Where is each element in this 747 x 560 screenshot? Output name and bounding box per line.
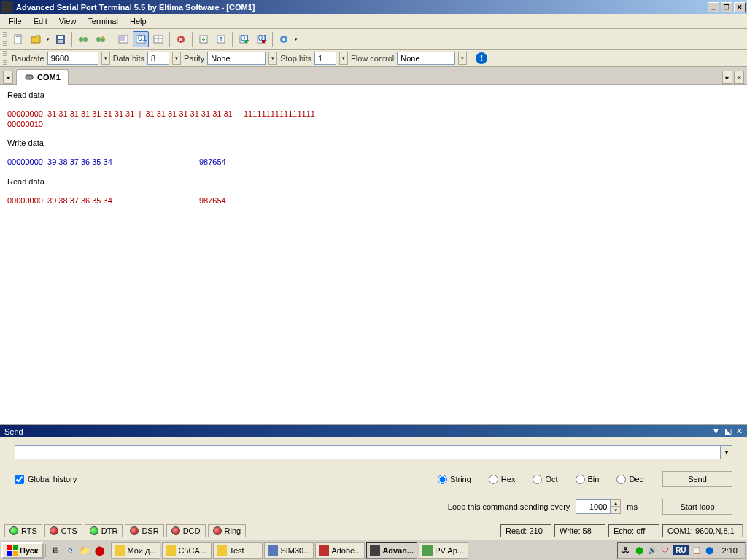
restore-button[interactable]: ❐ bbox=[721, 2, 732, 12]
close-button[interactable]: ✕ bbox=[734, 2, 746, 12]
led-cts[interactable]: CTS bbox=[44, 524, 82, 537]
quick-connect-button[interactable] bbox=[93, 31, 109, 47]
tray-shield-icon[interactable]: 🛡 bbox=[660, 545, 670, 556]
svg-rect-24 bbox=[26, 75, 33, 79]
terminal-line bbox=[7, 100, 740, 109]
dump-view-button[interactable]: 010 bbox=[133, 31, 149, 47]
stopbits-dropdown[interactable] bbox=[339, 52, 348, 65]
led-dsr[interactable]: DSR bbox=[125, 524, 163, 537]
databits-combo[interactable]: 8 bbox=[147, 52, 169, 65]
receive-file-button[interactable] bbox=[213, 31, 229, 47]
tab-close[interactable]: ✕ bbox=[734, 71, 744, 84]
new-session-button[interactable] bbox=[10, 31, 26, 47]
ql-desktop-icon[interactable]: 🖥 bbox=[49, 544, 62, 557]
clear-button[interactable] bbox=[173, 31, 189, 47]
panel-close-icon[interactable]: ✕ bbox=[736, 427, 743, 436]
stop-log-button[interactable]: 01 bbox=[253, 31, 269, 47]
tab-com1[interactable]: COM1 bbox=[16, 69, 69, 85]
start-log-button[interactable]: 01 bbox=[236, 31, 252, 47]
spin-down[interactable]: ▼ bbox=[611, 507, 621, 514]
app-icon bbox=[1, 1, 13, 13]
taskbar-item[interactable]: SIM30... bbox=[264, 542, 314, 559]
panel-pin-icon[interactable]: ⬕ bbox=[724, 427, 732, 436]
taskbar-item[interactable]: Test bbox=[213, 542, 263, 559]
menu-edit[interactable]: Edit bbox=[28, 15, 53, 27]
format-radio-string[interactable]: String bbox=[438, 475, 471, 484]
language-indicator[interactable]: RU bbox=[673, 545, 688, 555]
format-radio-bin[interactable]: Bin bbox=[576, 475, 600, 484]
led-dcd[interactable]: DCD bbox=[166, 524, 206, 537]
start-button[interactable]: Пуск bbox=[1, 542, 44, 559]
open-dropdown[interactable] bbox=[45, 36, 51, 42]
tray-usb-icon[interactable]: ⬤ bbox=[634, 545, 644, 556]
taskbar-item[interactable]: C:\CA... bbox=[162, 542, 212, 559]
led-dot bbox=[90, 526, 98, 535]
format-radio-hex[interactable]: Hex bbox=[489, 475, 516, 484]
ql-app-icon[interactable]: ⬤ bbox=[93, 544, 106, 557]
status-read: Read: 210 bbox=[500, 524, 551, 537]
spin-up[interactable]: ▲ bbox=[611, 499, 621, 507]
port-icon bbox=[24, 72, 34, 82]
stopbits-combo[interactable]: 1 bbox=[314, 52, 336, 65]
send-button[interactable]: Send bbox=[662, 471, 732, 487]
taskbar-item[interactable]: PV Ap... bbox=[419, 542, 468, 559]
led-ring[interactable]: Ring bbox=[208, 524, 247, 537]
terminal-view-button[interactable] bbox=[115, 31, 131, 47]
open-session-button[interactable] bbox=[28, 31, 44, 47]
toolbar-grip[interactable] bbox=[3, 32, 7, 47]
svg-point-5 bbox=[79, 37, 83, 42]
titlebar: Advanced Serial Port Terminal 5.5 by Elt… bbox=[0, 0, 747, 14]
task-icon bbox=[319, 545, 329, 556]
led-dot bbox=[171, 526, 180, 535]
led-dtr[interactable]: DTR bbox=[85, 524, 123, 537]
tray-app1-icon[interactable]: 📋 bbox=[692, 545, 702, 556]
clock[interactable]: 2:10 bbox=[718, 546, 742, 555]
terminal-line: 00000010: bbox=[7, 120, 740, 129]
tray-app2-icon[interactable]: ⬤ bbox=[705, 545, 715, 556]
tray-network-icon[interactable]: 🖧 bbox=[621, 545, 631, 556]
start-loop-button[interactable]: Start loop bbox=[662, 499, 732, 515]
connect-button[interactable] bbox=[75, 31, 91, 47]
flow-label: Flow control bbox=[351, 54, 394, 63]
send-file-button[interactable] bbox=[196, 31, 212, 47]
baudrate-dropdown[interactable] bbox=[101, 52, 110, 65]
menu-file[interactable]: File bbox=[3, 15, 28, 27]
format-radio-oct[interactable]: Oct bbox=[533, 475, 557, 484]
baudrate-combo[interactable]: 9600 bbox=[47, 52, 98, 65]
taskbar-item[interactable]: Мои д... bbox=[111, 542, 160, 559]
terminal-line bbox=[7, 187, 740, 196]
options-button[interactable] bbox=[276, 31, 292, 47]
panel-dropdown-icon[interactable]: ▼ bbox=[712, 427, 720, 436]
format-radio-dec[interactable]: Dec bbox=[616, 475, 643, 484]
led-dot bbox=[9, 526, 18, 535]
flow-dropdown[interactable] bbox=[458, 52, 467, 65]
menu-terminal[interactable]: Terminal bbox=[82, 15, 124, 27]
send-history-dropdown[interactable] bbox=[721, 445, 732, 459]
stopbits-label: Stop bits bbox=[280, 54, 311, 63]
led-rts[interactable]: RTS bbox=[4, 524, 42, 537]
save-button[interactable] bbox=[53, 31, 69, 47]
ql-explorer-icon[interactable]: 📁 bbox=[78, 544, 91, 557]
send-input[interactable] bbox=[15, 445, 721, 459]
menu-view[interactable]: View bbox=[53, 15, 82, 27]
parambar-grip[interactable] bbox=[3, 51, 7, 66]
taskbar-item[interactable]: Adobe... bbox=[315, 542, 365, 559]
info-icon[interactable]: ! bbox=[476, 52, 487, 64]
parity-dropdown[interactable] bbox=[268, 52, 277, 65]
loop-interval-spinner[interactable]: ▲ ▼ bbox=[576, 499, 621, 514]
terminal-output[interactable]: Read data 00000000: 31 31 31 31 31 31 31… bbox=[0, 85, 747, 424]
flow-combo[interactable]: None bbox=[397, 52, 455, 65]
menu-help[interactable]: Help bbox=[124, 15, 152, 27]
options-dropdown[interactable] bbox=[293, 36, 299, 42]
parity-label: Parity bbox=[184, 54, 204, 63]
parity-combo[interactable]: None bbox=[207, 52, 266, 65]
minimize-button[interactable]: _ bbox=[708, 2, 719, 12]
global-history-checkbox[interactable]: Global history bbox=[15, 475, 77, 484]
table-view-button[interactable] bbox=[150, 31, 166, 47]
tray-volume-icon[interactable]: 🔊 bbox=[647, 545, 657, 556]
ql-ie-icon[interactable]: e bbox=[63, 544, 77, 557]
databits-dropdown[interactable] bbox=[172, 52, 181, 65]
tab-scroll-right[interactable]: ► bbox=[722, 71, 732, 84]
taskbar-item[interactable]: Advan... bbox=[366, 542, 417, 559]
tab-scroll-left[interactable]: ◄ bbox=[3, 71, 13, 84]
